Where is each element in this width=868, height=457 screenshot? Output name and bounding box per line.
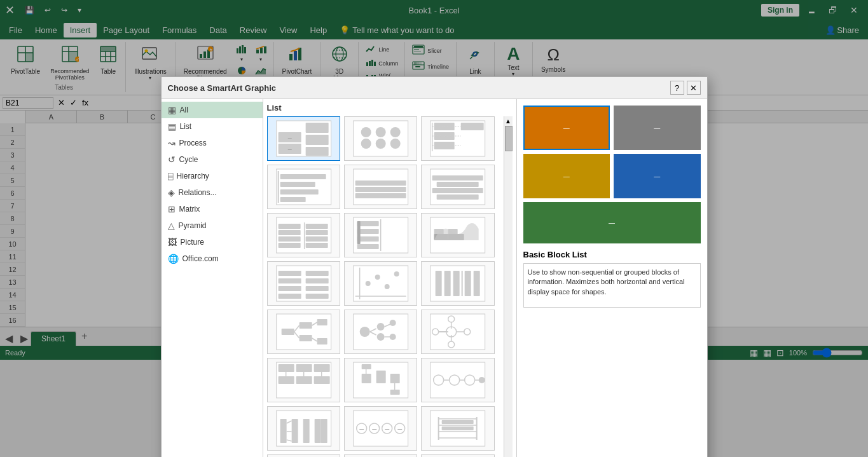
category-hierarchy-label: Hierarchy	[177, 172, 209, 181]
svg-point-162	[389, 320, 396, 326]
svg-point-73	[375, 139, 385, 149]
svg-rect-79	[434, 142, 455, 149]
category-list[interactable]: ▤ List	[162, 118, 263, 135]
svg-rect-103	[278, 236, 300, 242]
svg-rect-99	[437, 194, 479, 200]
chart-thumb-7[interactable]	[267, 213, 340, 257]
svg-point-156	[359, 327, 369, 337]
svg-rect-129	[305, 286, 328, 291]
svg-rect-96	[432, 175, 483, 181]
pyramid-category-icon: △	[168, 221, 175, 231]
svg-rect-144	[474, 271, 480, 296]
svg-point-70	[361, 127, 371, 137]
preview-shape-yellow-dash: —	[563, 173, 570, 180]
chart-thumb-9[interactable]	[421, 213, 494, 257]
category-officecom-label: Office.com	[183, 254, 219, 263]
category-all-label: All	[180, 106, 188, 114]
svg-rect-67	[305, 135, 328, 145]
category-cycle-label: Cycle	[179, 155, 198, 164]
matrix-category-icon: ⊞	[168, 204, 176, 214]
svg-rect-88	[280, 182, 315, 187]
charts-scrollbar: ▲ ▼	[504, 116, 513, 360]
svg-rect-141	[453, 271, 460, 296]
preview-shape-gray[interactable]: —	[614, 106, 701, 150]
chart-thumb-17[interactable]	[344, 358, 417, 360]
svg-rect-125	[278, 286, 301, 291]
charts-header: List	[267, 103, 513, 113]
category-picture-label: Picture	[181, 238, 204, 247]
svg-rect-109	[305, 243, 327, 248]
chart-thumb-11[interactable]	[344, 261, 417, 306]
list-category-icon: ▤	[168, 121, 176, 132]
category-relations-label: Relations...	[179, 188, 217, 197]
preview-shape-gray-dash: —	[654, 125, 660, 132]
svg-rect-106	[305, 224, 327, 229]
dialog-body: ▦ All ▤ List ↝ Process ↺ Cycle ⌸ Hiera	[162, 99, 707, 360]
category-cycle[interactable]: ↺ Cycle	[162, 151, 263, 168]
category-process[interactable]: ↝ Process	[162, 135, 263, 151]
svg-rect-114	[357, 236, 378, 242]
preview-shape-blue-dash: —	[654, 173, 660, 180]
chart-thumb-1[interactable]: — —	[267, 116, 340, 161]
svg-rect-93	[355, 181, 406, 186]
svg-rect-81	[461, 123, 484, 130]
dialog-titlebar: Choose a SmartArt Graphic ? ✕	[162, 77, 707, 99]
chart-thumb-12[interactable]	[421, 261, 494, 306]
preview-shape-green[interactable]: —	[523, 202, 701, 243]
svg-rect-101	[278, 224, 300, 229]
category-picture[interactable]: 🖼 Picture	[162, 234, 263, 250]
dialog-help-button[interactable]: ?	[670, 81, 684, 95]
chart-thumb-13[interactable]	[267, 310, 340, 354]
category-all[interactable]: ▦ All	[162, 102, 263, 118]
all-category-icon: ▦	[168, 105, 176, 115]
category-hierarchy[interactable]: ⌸ Hierarchy	[162, 168, 263, 184]
svg-rect-154	[317, 338, 327, 344]
chart-thumb-3[interactable]	[421, 116, 494, 161]
chart-thumb-14[interactable]	[344, 310, 417, 354]
dialog-close-button[interactable]: ✕	[687, 81, 701, 95]
category-process-label: Process	[179, 139, 207, 147]
preview-shape-blue[interactable]: —	[614, 154, 701, 198]
scroll-up-button[interactable]: ▲	[504, 116, 513, 126]
preview-shape-yellow[interactable]: —	[523, 154, 610, 198]
category-officecom[interactable]: 🌐 Office.com	[162, 250, 263, 267]
svg-point-71	[361, 139, 371, 149]
preview-shape-green-dash: —	[609, 219, 615, 226]
chart-thumb-4[interactable]	[267, 165, 340, 209]
category-list-label: List	[180, 122, 192, 131]
chart-thumb-15[interactable]	[421, 310, 494, 354]
chart-thumb-5[interactable]	[344, 165, 417, 209]
scrollbar-thumb[interactable]	[505, 126, 513, 151]
svg-rect-146	[281, 329, 294, 335]
preview-shape-orange[interactable]: —	[523, 106, 610, 150]
category-relations[interactable]: ◈ Relations...	[162, 184, 263, 201]
officecom-category-icon: 🌐	[168, 254, 179, 264]
svg-rect-92	[355, 187, 406, 192]
charts-panel: List — —	[263, 99, 516, 360]
smartart-dialog: Choose a SmartArt Graphic ? ✕ ▦ All ▤ Li…	[161, 76, 708, 360]
chart-thumb-6[interactable]	[421, 165, 494, 209]
svg-rect-77	[434, 123, 455, 130]
svg-rect-143	[465, 271, 471, 296]
preview-description: Use to show non-sequential or grouped bl…	[523, 263, 701, 308]
category-matrix[interactable]: ⊞ Matrix	[162, 201, 263, 217]
svg-rect-113	[357, 229, 378, 234]
chart-thumb-16[interactable]	[267, 358, 340, 360]
svg-point-159	[376, 323, 384, 331]
category-matrix-label: Matrix	[179, 205, 200, 214]
svg-rect-112	[357, 221, 378, 226]
chart-thumb-8[interactable]	[344, 213, 417, 257]
category-pyramid[interactable]: △ Pyramid	[162, 217, 263, 234]
preview-shape-orange-dash: —	[563, 125, 570, 132]
svg-rect-68	[305, 147, 328, 156]
chart-thumb-18[interactable]	[421, 358, 494, 360]
chart-thumb-10[interactable]	[267, 261, 340, 306]
chart-thumb-2[interactable]	[344, 116, 417, 161]
svg-rect-104	[278, 243, 300, 248]
svg-rect-140	[444, 271, 451, 296]
svg-point-74	[390, 127, 400, 137]
svg-rect-130	[305, 294, 328, 299]
svg-rect-97	[437, 182, 479, 187]
svg-rect-90	[280, 197, 305, 202]
svg-text:—: —	[287, 136, 291, 140]
